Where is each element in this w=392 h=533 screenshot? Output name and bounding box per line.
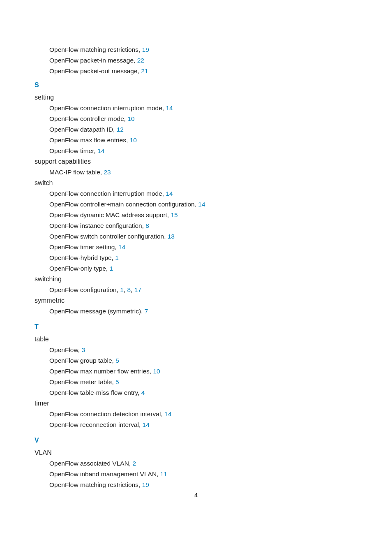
page-link[interactable]: 13	[168, 233, 175, 240]
index-subentry: OpenFlow-hybrid type, 1	[49, 253, 288, 263]
page-separator: ,	[124, 286, 127, 293]
index-term: switching	[35, 274, 288, 285]
subentry-text: OpenFlow reconnection interval,	[49, 421, 143, 428]
index-subentry: OpenFlow matching restrictions, 19	[49, 480, 288, 490]
subentry-text: OpenFlow connection detection interval,	[49, 410, 164, 417]
subentry-text: OpenFlow-only type,	[49, 265, 109, 272]
subentry-text: OpenFlow configuration,	[49, 286, 120, 293]
subentry-text: OpenFlow timer,	[49, 147, 97, 154]
index-page: OpenFlow matching restrictions, 19OpenFl…	[0, 0, 323, 490]
index-subentry: OpenFlow controller+main connection conf…	[49, 199, 288, 210]
orphan-subentries: OpenFlow matching restrictions, 19OpenFl…	[35, 44, 288, 76]
page-link[interactable]: 4	[141, 389, 145, 396]
page-link[interactable]: 8	[145, 222, 149, 229]
index-term: VLAN	[35, 447, 288, 458]
page-link[interactable]: 1	[115, 254, 119, 261]
index-subentry: OpenFlow connection interruption mode, 1…	[49, 103, 288, 114]
page-link[interactable]: 2	[132, 460, 136, 467]
index-term: switch	[35, 178, 288, 188]
index-subentry: OpenFlow-only type, 1	[49, 263, 288, 274]
subentry-text: OpenFlow datapath ID,	[49, 126, 117, 133]
page-link[interactable]: 14	[164, 410, 171, 417]
index-subentry: OpenFlow matching restrictions, 19	[49, 44, 288, 55]
subentry-text: OpenFlow max number flow entries,	[49, 368, 153, 375]
subentry-text: OpenFlow packet-out message,	[49, 67, 141, 74]
index-letter: S	[35, 81, 288, 89]
subentry-text: OpenFlow packet-in message,	[49, 57, 137, 64]
index-subentry: OpenFlow configuration, 1, 8, 17	[49, 285, 288, 295]
page-link[interactable]: 5	[115, 378, 119, 385]
page-link[interactable]: 5	[115, 357, 119, 364]
page-link[interactable]: 10	[130, 137, 137, 144]
subentry-text: OpenFlow group table,	[49, 357, 115, 364]
page-link[interactable]: 14	[118, 243, 125, 250]
page-link[interactable]: 19	[142, 46, 149, 53]
index-subentry: OpenFlow, 3	[49, 345, 288, 355]
page-link[interactable]: 7	[145, 308, 148, 315]
subentry-text: OpenFlow controller+main connection conf…	[49, 201, 198, 208]
page-link[interactable]: 14	[198, 201, 205, 208]
page-link[interactable]: 14	[97, 147, 104, 154]
page-link[interactable]: 15	[171, 211, 178, 218]
page-link[interactable]: 21	[141, 67, 148, 74]
index-subentry: OpenFlow connection detection interval, …	[49, 409, 288, 419]
subentry-text: OpenFlow max flow entries,	[49, 137, 130, 144]
page-link[interactable]: 11	[160, 470, 167, 477]
subentry-text: OpenFlow table-miss flow entry,	[49, 389, 141, 396]
index-letter: T	[35, 323, 288, 331]
index-letter: V	[35, 437, 288, 444]
page-link[interactable]: 1	[109, 265, 113, 272]
page-number: 4	[0, 491, 392, 498]
page-link[interactable]: 14	[166, 190, 173, 197]
page-link[interactable]: 8	[127, 286, 131, 293]
page-link[interactable]: 1	[120, 286, 124, 293]
page-link[interactable]: 3	[81, 346, 85, 353]
page-link[interactable]: 10	[127, 115, 134, 122]
subentry-text: OpenFlow connection interruption mode,	[49, 190, 166, 197]
index-subentry: MAC-IP flow table, 23	[49, 167, 288, 178]
page-link[interactable]: 14	[166, 104, 173, 111]
index-term: timer	[35, 398, 288, 409]
index-subentry: OpenFlow datapath ID, 12	[49, 124, 288, 135]
index-subentry: OpenFlow table-miss flow entry, 4	[49, 387, 288, 398]
subentry-text: OpenFlow matching restrictions,	[49, 46, 142, 53]
index-subentry: OpenFlow dynamic MAC address support, 15	[49, 210, 288, 220]
index-subentry: OpenFlow timer setting, 14	[49, 242, 288, 253]
index-subentry: OpenFlow reconnection interval, 14	[49, 419, 288, 430]
index-subentry: OpenFlow max number flow entries, 10	[49, 366, 288, 377]
subentry-text: MAC-IP flow table,	[49, 169, 104, 176]
subentry-text: OpenFlow matching restrictions,	[49, 481, 142, 488]
subentry-text: OpenFlow message (symmetric),	[49, 308, 145, 315]
subentry-text: OpenFlow dynamic MAC address support,	[49, 211, 171, 218]
page-link[interactable]: 23	[104, 169, 111, 176]
index-subentry: OpenFlow message (symmetric), 7	[49, 306, 288, 317]
index-subentry: OpenFlow connection interruption mode, 1…	[49, 188, 288, 199]
index-subentry: OpenFlow controller mode, 10	[49, 114, 288, 124]
page-link[interactable]: 12	[117, 126, 124, 133]
index-subentry: OpenFlow max flow entries, 10	[49, 135, 288, 146]
subentry-text: OpenFlow-hybrid type,	[49, 254, 115, 261]
index-subentry: OpenFlow instance configuration, 8	[49, 220, 288, 231]
index-term: symmetric	[35, 295, 288, 306]
page-link[interactable]: 14	[143, 421, 150, 428]
subentry-text: OpenFlow controller mode,	[49, 115, 127, 122]
index-term: table	[35, 334, 288, 345]
index-subentry: OpenFlow timer, 14	[49, 146, 288, 156]
index-subentry: OpenFlow associated VLAN, 2	[49, 458, 288, 469]
index-subentry: OpenFlow group table, 5	[49, 355, 288, 366]
page-link[interactable]: 17	[134, 286, 141, 293]
subentry-text: OpenFlow connection interruption mode,	[49, 104, 166, 111]
page-link[interactable]: 10	[153, 368, 160, 375]
page-link[interactable]: 22	[137, 57, 144, 64]
index-term: setting	[35, 92, 288, 103]
index-subentry: OpenFlow packet-out message, 21	[49, 66, 288, 76]
subentry-text: OpenFlow timer setting,	[49, 243, 118, 250]
subentry-text: OpenFlow instance configuration,	[49, 222, 145, 229]
index-subentry: OpenFlow switch controller configuration…	[49, 231, 288, 242]
subentry-text: OpenFlow inband management VLAN,	[49, 470, 160, 477]
page-link[interactable]: 19	[142, 481, 149, 488]
index-term: support capabilities	[35, 156, 288, 167]
subentry-text: OpenFlow,	[49, 346, 81, 353]
index-sections: SsettingOpenFlow connection interruption…	[35, 81, 288, 490]
subentry-text: OpenFlow associated VLAN,	[49, 460, 132, 467]
